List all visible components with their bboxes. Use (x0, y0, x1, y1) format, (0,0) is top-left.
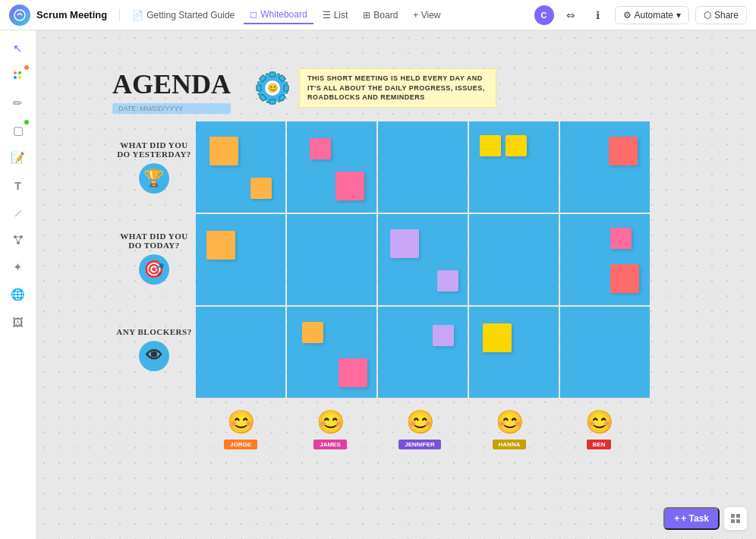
sidebar-item-globe[interactable]: 🌐 (6, 282, 30, 307)
cell-r1-c5[interactable] (560, 121, 650, 213)
sticky-note[interactable] (437, 270, 458, 292)
sticky-note[interactable] (433, 325, 454, 346)
share-icon: ⬡ (704, 10, 711, 20)
info-icon[interactable]: ℹ (587, 5, 609, 26)
label-blockers-text: ANY BLOCKERS? (116, 327, 191, 336)
cell-r1-c4[interactable] (469, 121, 559, 213)
svg-rect-15 (284, 85, 288, 91)
cell-r3-c4[interactable] (469, 307, 559, 398)
sticky-note[interactable] (302, 322, 323, 343)
rect-dot (24, 120, 29, 125)
hanna-badge: HANNA (493, 440, 527, 449)
sidebar-item-pen[interactable]: ✏ (6, 91, 30, 115)
cell-r2-c5[interactable] (560, 214, 650, 305)
sidebar-item-sparkle[interactable]: ✦ (6, 255, 30, 279)
sticky-note[interactable] (335, 172, 364, 200)
user-avatar: C (534, 5, 554, 25)
hanna-emoji: 😊 (496, 408, 524, 435)
agenda-title: AGENDA (112, 68, 231, 100)
sticky-note[interactable] (609, 137, 638, 165)
label-today: WHAT DID YOU DO TODAY? 🎯 (112, 213, 196, 304)
cell-r2-c2[interactable] (287, 214, 376, 305)
sticky-note[interactable] (339, 358, 367, 387)
sidebar-item-sticky[interactable]: 📝 (6, 146, 30, 170)
svg-line-9 (15, 237, 18, 243)
tab-view[interactable]: + View (407, 7, 446, 24)
cell-r2-c3[interactable] (378, 214, 468, 305)
cell-r2-c1[interactable] (196, 214, 285, 305)
grid-view-button[interactable] (724, 507, 747, 530)
automate-icon: ⚙ (623, 10, 632, 20)
automate-button[interactable]: ⚙ Automate ▾ (615, 6, 689, 24)
james-badge: JAMES (313, 440, 347, 449)
svg-rect-13 (269, 72, 276, 77)
jorge-emoji: 😊 (227, 408, 255, 435)
gear-icon: 😊 (254, 69, 291, 107)
divider (119, 9, 120, 21)
whiteboard-icon: ◻ (250, 9, 257, 20)
cell-r1-c1[interactable] (196, 121, 285, 213)
svg-line-10 (18, 237, 21, 243)
svg-rect-17 (269, 99, 276, 104)
doc-icon: 📄 (132, 10, 143, 20)
person-ben: 😊 BEN (554, 408, 644, 449)
svg-point-1 (14, 71, 17, 74)
cell-r3-c5[interactable] (560, 307, 650, 398)
project-title: Scrum Meeting (36, 9, 107, 20)
sticky-note[interactable] (310, 138, 331, 159)
add-task-button[interactable]: + + Task (663, 507, 720, 530)
sidebar-item-image[interactable]: 🖼 (6, 310, 30, 334)
sticky-note[interactable] (390, 229, 419, 258)
tab-whiteboard[interactable]: ◻ Whiteboard (244, 6, 313, 24)
chevron-down-icon: ▾ (676, 10, 681, 20)
svg-point-3 (14, 76, 17, 79)
jennifer-badge: JENNIFER (398, 440, 441, 449)
cell-r3-c2[interactable] (287, 307, 376, 398)
sticky-note[interactable] (506, 135, 527, 156)
sidebar-item-text[interactable]: T (6, 173, 30, 197)
left-labels: WHAT DID YOU DO YESTERDAY? 🏆 WHAT DID YO… (112, 121, 196, 398)
sticky-note[interactable] (610, 264, 639, 293)
avatars-row: 😊 JORGE 😊 JAMES 😊 JENNIFER 😊 HANNA (112, 408, 704, 449)
tab-list[interactable]: ☰ List (317, 7, 354, 24)
bottom-right-toolbar: + + Task (663, 507, 747, 530)
agenda-description: THIS SHORT MEETING IS HELD EVERY DAY AND… (299, 68, 496, 108)
person-hanna: 😊 HANNA (465, 408, 554, 449)
cell-r3-c3[interactable] (378, 307, 468, 398)
share-button[interactable]: ⬡ Share (695, 6, 747, 24)
svg-rect-26 (736, 519, 740, 523)
svg-rect-24 (736, 514, 740, 518)
grid-container: WHAT DID YOU DO YESTERDAY? 🏆 WHAT DID YO… (112, 121, 704, 398)
sticky-note[interactable] (250, 178, 272, 199)
sticky-note[interactable] (483, 323, 512, 352)
jennifer-emoji: 😊 (406, 408, 434, 435)
blocker-icon: 👁 (139, 341, 169, 371)
cell-r1-c2[interactable] (287, 121, 376, 213)
cell-r2-c4[interactable] (469, 214, 559, 305)
cell-r1-c3[interactable] (378, 121, 468, 213)
sticky-note[interactable] (610, 228, 632, 249)
expand-icon[interactable]: ⇔ (560, 5, 581, 26)
sidebar-item-line[interactable]: ⟋ (6, 200, 30, 225)
label-blockers: ANY BLOCKERS? 👁 (112, 304, 196, 395)
sticky-note[interactable] (209, 137, 238, 165)
sidebar-item-cursor[interactable]: ↖ (6, 36, 30, 61)
canvas-area[interactable]: AGENDA DATE: MM/DD/YYYY (36, 30, 756, 539)
person-jorge: 😊 JORGE (196, 408, 285, 449)
main-layout: ↖ ✏ ▢ 📝 T ⟋ ✦ 🌐 🖼 (0, 30, 756, 539)
svg-rect-19 (257, 85, 261, 91)
person-james: 😊 JAMES (285, 408, 375, 449)
cell-r3-c1[interactable] (196, 307, 285, 398)
tab-getting-started[interactable]: 📄 Getting Started Guide (126, 7, 241, 24)
sticky-note[interactable] (480, 135, 501, 156)
agenda-icon-box: 😊 THIS SHORT MEETING IS HELD EVERY DAY A… (254, 68, 496, 108)
tab-board[interactable]: ⊞ Board (357, 7, 404, 24)
label-today-text: WHAT DID YOU DO TODAY? (112, 232, 196, 250)
svg-text:😊: 😊 (267, 82, 279, 93)
left-sidebar: ↖ ✏ ▢ 📝 T ⟋ ✦ 🌐 🖼 (0, 30, 36, 539)
target-icon: 🎯 (139, 254, 169, 285)
svg-rect-23 (731, 514, 735, 518)
header: Scrum Meeting 📄 Getting Started Guide ◻ … (0, 0, 756, 30)
sticky-note[interactable] (206, 231, 235, 260)
sidebar-item-nodes[interactable] (6, 228, 30, 252)
